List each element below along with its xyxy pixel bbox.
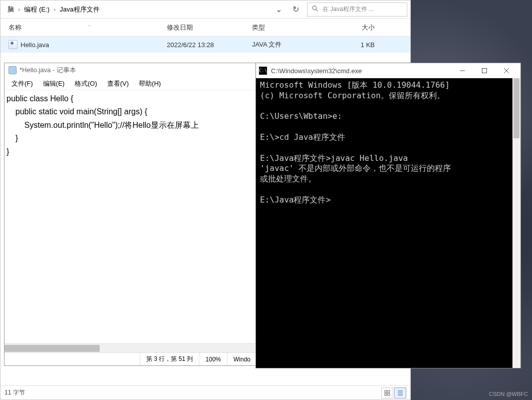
column-type[interactable]: 类型 <box>252 23 325 32</box>
search-input[interactable]: 在 Java程序文件 ... <box>307 3 407 17</box>
column-size[interactable]: 大小 <box>325 23 375 32</box>
notepad-menu-bar: 文件(F) 编辑(E) 格式(O) 查看(V) 帮助(H) <box>5 77 256 90</box>
svg-rect-5 <box>388 393 390 395</box>
java-file-icon <box>9 40 18 49</box>
svg-rect-10 <box>482 69 487 73</box>
dropdown-icon[interactable]: ⌄ <box>271 3 286 17</box>
chevron-right-icon: › <box>17 6 21 13</box>
status-eol: Windo <box>227 353 256 365</box>
scrollbar-thumb[interactable] <box>513 78 519 138</box>
status-zoom: 100% <box>199 353 227 365</box>
cmd-title-bar[interactable]: C:\ C:\Windows\system32\cmd.exe <box>256 63 520 78</box>
close-button[interactable] <box>495 63 517 78</box>
sort-arrow-icon: ˆ <box>89 25 90 31</box>
menu-view[interactable]: 查看(V) <box>102 78 134 90</box>
explorer-address-bar: 脑 › 编程 (E:) › Java程序文件 ⌄ ↻ 在 Java程序文件 ..… <box>1 1 410 19</box>
notepad-status-bar: 第 3 行，第 51 列 100% Windo <box>5 352 256 365</box>
column-name[interactable]: 名称 ˆ <box>7 23 167 32</box>
status-cursor-position: 第 3 行，第 51 列 <box>140 353 199 365</box>
cmd-window: C:\ C:\Windows\system32\cmd.exe Microsof… <box>255 63 521 368</box>
search-icon <box>308 5 323 14</box>
menu-help[interactable]: 帮助(H) <box>134 78 166 90</box>
svg-line-1 <box>316 9 318 11</box>
scrollbar-thumb[interactable] <box>5 345 100 352</box>
column-name-label: 名称 <box>9 24 22 31</box>
file-name: Hello.java <box>21 41 49 49</box>
menu-edit[interactable]: 编辑(E) <box>38 78 70 90</box>
cmd-scrollbar-vertical[interactable] <box>512 78 520 368</box>
refresh-icon[interactable]: ↻ <box>288 3 303 17</box>
view-thumbnails-icon[interactable] <box>381 387 393 398</box>
chevron-right-icon: › <box>53 6 57 13</box>
notepad-window: *Hello.java - 记事本 文件(F) 编辑(E) 格式(O) 查看(V… <box>4 63 257 366</box>
cmd-title: C:\Windows\system32\cmd.exe <box>271 67 451 75</box>
column-date[interactable]: 修改日期 <box>167 23 252 32</box>
notepad-title: *Hello.java - 记事本 <box>20 66 76 75</box>
breadcrumb-item[interactable]: 编程 (E:) <box>21 3 53 16</box>
svg-rect-4 <box>385 393 387 395</box>
view-details-icon[interactable] <box>394 387 406 398</box>
maximize-button[interactable] <box>473 63 495 78</box>
minimize-button[interactable] <box>451 63 473 78</box>
notepad-text-area[interactable]: public class Hello { public static void … <box>5 90 256 160</box>
watermark: CSDN @WBFC <box>489 391 528 397</box>
breadcrumb-item[interactable]: 脑 <box>5 3 17 16</box>
explorer-status-bar: 11 字节 <box>1 385 410 399</box>
notepad-title-bar[interactable]: *Hello.java - 记事本 <box>5 63 256 77</box>
status-text: 11 字节 <box>5 388 25 397</box>
svg-point-0 <box>313 6 317 10</box>
search-placeholder: 在 Java程序文件 ... <box>323 5 374 14</box>
breadcrumb-item[interactable]: Java程序文件 <box>57 3 102 16</box>
column-headers: 名称 ˆ 修改日期 类型 大小 <box>1 19 410 37</box>
svg-rect-2 <box>385 390 387 392</box>
svg-rect-3 <box>388 390 390 392</box>
file-row[interactable]: Hello.java 2022/6/22 13:28 JAVA 文件 1 KB <box>1 37 410 53</box>
cmd-icon: C:\ <box>259 67 267 75</box>
notepad-scrollbar-horizontal[interactable] <box>5 343 256 352</box>
file-date: 2022/6/22 13:28 <box>167 41 252 49</box>
menu-format[interactable]: 格式(O) <box>70 78 102 90</box>
notepad-icon <box>9 66 17 74</box>
file-size: 1 KB <box>325 41 375 49</box>
breadcrumb[interactable]: 脑 › 编程 (E:) › Java程序文件 <box>1 3 271 16</box>
file-type: JAVA 文件 <box>252 40 325 49</box>
menu-file[interactable]: 文件(F) <box>7 78 38 90</box>
cmd-terminal[interactable]: Microsoft Windows [版本 10.0.19044.1766] (… <box>256 78 520 368</box>
